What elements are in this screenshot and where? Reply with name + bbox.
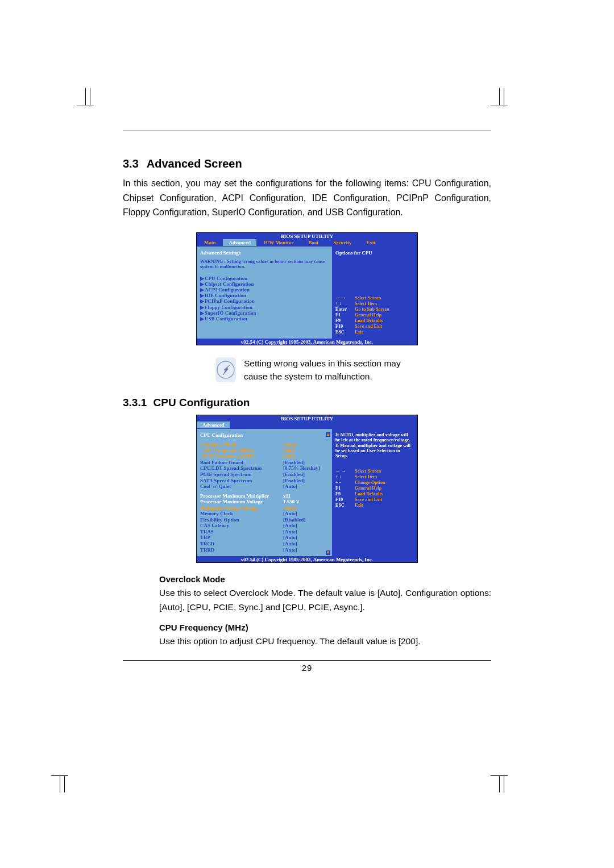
- section-paragraph: In this section, you may set the configu…: [123, 176, 491, 220]
- key-hint: EnterGo to Sub Screen: [335, 307, 414, 312]
- bios-footer: v02.54 (C) Copyright 1985-2003, American…: [197, 339, 417, 345]
- bios-help-text: If AUTO, multiplier and voltage will be …: [335, 432, 414, 458]
- tab-advanced: Advanced: [197, 422, 230, 428]
- menu-item: ▶PCIPnP Configuration: [200, 298, 331, 304]
- key-hint: ← →Select Screen: [335, 469, 414, 474]
- tab-security: Security: [326, 240, 359, 245]
- menu-item: ▶Floppy Configuration: [200, 304, 331, 310]
- tab-main: Main: [197, 240, 223, 245]
- bios-left-pane-2: ▴ CPU Configuration Overclock Mode[Auto]…: [197, 429, 332, 556]
- warning-icon: [215, 357, 236, 382]
- menu-item: ▶Chipset Configuration: [200, 281, 331, 287]
- overclock-para: Use this to select Overclock Mode. The d…: [159, 586, 491, 615]
- key-hint: F10Save and Exit: [335, 497, 414, 503]
- setting-row: Processor Maximum Voltage1.550 V: [200, 499, 331, 505]
- page-content: 3.3 Advanced Screen In this section, you…: [123, 131, 491, 673]
- tab-h-w-monitor: H/W Monitor: [256, 240, 301, 245]
- top-rule: [123, 131, 491, 131]
- key-hint: F9Load Defaults: [335, 318, 414, 324]
- overclock-heading: Overclock Mode: [159, 574, 491, 584]
- bios-advanced-screenshot: BIOS SETUP UTILITY MainAdvancedH/W Monit…: [196, 232, 418, 345]
- setting-row: Processor Maximum Multiplierx11: [200, 493, 331, 499]
- setting-row: TRAS[Auto]: [200, 529, 331, 535]
- key-hint: F10Save and Exit: [335, 324, 414, 329]
- key-hint: F1General Help: [335, 312, 414, 318]
- setting-row: TRCD[Auto]: [200, 541, 331, 547]
- bottom-rule: [123, 660, 491, 661]
- cpufreq-para: Use this option to adjust CPU frequency.…: [159, 635, 491, 649]
- key-hint: ↑ ↓Select Item: [335, 474, 414, 480]
- setting-row: Cool' n' Quiet[Auto]: [200, 483, 331, 490]
- setting-row: PCIE Frequency (MHz)[100]: [200, 453, 331, 460]
- advanced-settings-title: Advanced Settings: [200, 250, 331, 256]
- settings-descriptions: Overclock Mode Use this to select Overcl…: [123, 574, 491, 648]
- setting-row: CAS Latency[Auto]: [200, 523, 331, 529]
- bios-title-2: BIOS SETUP UTILITY: [197, 415, 417, 422]
- bios-warning: WARNING : Setting wrong values in below …: [200, 259, 331, 270]
- key-hint: F9Load Defaults: [335, 491, 414, 497]
- key-hint: ESCExit: [335, 503, 414, 508]
- menu-item: ▶SuperIO Configuration: [200, 310, 331, 316]
- bios-title: BIOS SETUP UTILITY: [197, 233, 417, 239]
- key-hint: ESCExit: [335, 329, 414, 335]
- scroll-down-icon: ▾: [326, 550, 330, 555]
- setting-row: SATA Spread Spectrum[Enabled]: [200, 478, 331, 484]
- setting-row: Overclock Mode[Auto]: [200, 441, 331, 448]
- setting-row: TRRD[Auto]: [200, 547, 331, 553]
- setting-row: PCIE Spread Spectrum[Enabled]: [200, 471, 331, 478]
- menu-item: ▶USB Configuration: [200, 316, 331, 322]
- bios-left-pane: Advanced Settings WARNING : Setting wron…: [197, 247, 332, 339]
- options-cpu-title: Options for CPU: [335, 250, 414, 256]
- section-heading: 3.3 Advanced Screen: [123, 157, 491, 170]
- bios-tabs-2: Advanced: [197, 422, 417, 429]
- warning-note-text: Setting wrong values in this section may…: [244, 357, 418, 383]
- bios-right-pane-2: If AUTO, multiplier and voltage will be …: [332, 429, 417, 556]
- menu-item: ▶IDE Configuration: [200, 293, 331, 298]
- bios-right-pane: Options for CPU ← →Select Screen↑ ↓Selec…: [332, 247, 417, 339]
- setting-row: Boot Failure Guard[Enabled]: [200, 460, 331, 466]
- subsection-title: CPU Configuration: [154, 397, 250, 408]
- setting-row: Multiplier/Voltage Change[Auto]: [200, 505, 331, 511]
- subsection-heading: 3.3.1 CPU Configuration: [123, 397, 491, 409]
- bios-cpu-screenshot: BIOS SETUP UTILITY Advanced ▴ CPU Config…: [196, 415, 418, 563]
- cpufreq-heading: CPU Frequency (MHz): [159, 623, 491, 632]
- scroll-up-icon: ▴: [326, 432, 330, 437]
- bios-keys-2: ← →Select Screen↑ ↓Select Item+ -Change …: [335, 469, 414, 508]
- bios-keys: ← →Select Screen↑ ↓Select ItemEnterGo to…: [335, 295, 414, 335]
- bios-tabs: MainAdvancedH/W MonitorBootSecurityExit: [197, 239, 417, 247]
- section-title: Advanced Screen: [147, 157, 242, 170]
- section-number: 3.3: [123, 157, 139, 170]
- key-hint: ← →Select Screen: [335, 295, 414, 301]
- cpu-config-title: CPU Configuration: [200, 432, 331, 438]
- setting-row: Flexibility Option[Disabled]: [200, 517, 331, 523]
- menu-item: ▶ACPI Configuration: [200, 287, 331, 293]
- menu-item: ▶CPU Configuration: [200, 276, 331, 281]
- key-hint: F1General Help: [335, 486, 414, 491]
- setting-row: CPU/LDT Spread Spectrum[0.75% Hershey]: [200, 465, 331, 471]
- key-hint: ↑ ↓Select Item: [335, 301, 414, 307]
- tab-exit: Exit: [359, 240, 383, 245]
- key-hint: + -Change Option: [335, 480, 414, 486]
- subsection-number: 3.3.1: [123, 397, 147, 408]
- warning-note: Setting wrong values in this section may…: [196, 357, 418, 383]
- setting-row: CPU Frequency (MHz)[200]: [200, 448, 331, 454]
- bios-footer-2: v02.54 (C) Copyright 1985-2003, American…: [197, 556, 417, 562]
- tab-advanced: Advanced: [223, 239, 256, 246]
- page-number: 29: [123, 663, 491, 673]
- setting-row: TRP[Auto]: [200, 535, 331, 541]
- tab-boot: Boot: [301, 240, 326, 245]
- setting-row: Memory Clock[Auto]: [200, 511, 331, 517]
